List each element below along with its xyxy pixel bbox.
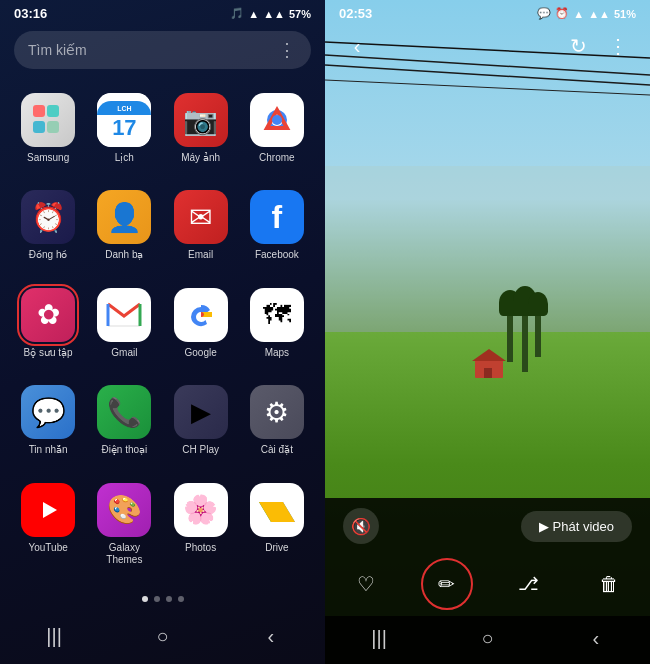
left-nav-home[interactable]: ○: [142, 622, 182, 650]
dot-2: [154, 596, 160, 602]
left-home-icon: ○: [156, 625, 168, 648]
app-item-mayanh[interactable]: 📷 Máy ảnh: [163, 85, 239, 182]
right-nav-home[interactable]: ○: [467, 624, 507, 652]
samsung-label: Samsung: [27, 152, 69, 164]
heart-button[interactable]: ♡: [344, 562, 388, 606]
right-home-icon: ○: [481, 627, 493, 650]
left-status-bar: 03:16 🎵 ▲ ▲▲ 57%: [0, 0, 325, 25]
galaxythemes-icon: 🎨: [97, 483, 151, 537]
right-back-icon: ‹: [354, 35, 361, 58]
app-item-email[interactable]: ✉ Email: [163, 182, 239, 279]
chrome-icon: [250, 93, 304, 147]
right-refresh-button[interactable]: ↻: [560, 28, 596, 64]
delete-button[interactable]: 🗑: [587, 562, 631, 606]
right-panel: 02:53 💬 ⏰ ▲ ▲▲ 51% ‹ ↻ ⋮: [325, 0, 650, 664]
play-video-button[interactable]: ▶ Phát video: [521, 511, 632, 542]
right-more-button[interactable]: ⋮: [600, 28, 636, 64]
app-item-photos[interactable]: 🌸 Photos: [163, 475, 239, 584]
photos-label: Photos: [185, 542, 216, 554]
app-item-lich[interactable]: LCH 17 Lịch: [86, 85, 162, 182]
email-label: Email: [188, 249, 213, 261]
chrome-label: Chrome: [259, 152, 295, 164]
photo-trees: [507, 312, 541, 372]
app-item-dienthoai[interactable]: 📞 Điện thoại: [86, 377, 162, 474]
right-nav-menu[interactable]: |||: [359, 624, 399, 652]
danhba-label: Danh bạ: [105, 249, 143, 261]
right-back-nav-icon: ‹: [592, 627, 599, 650]
chplay-label: CH Play: [182, 444, 219, 456]
mute-button[interactable]: 🔇: [343, 508, 379, 544]
app-item-gmail[interactable]: Gmail: [86, 280, 162, 377]
heart-icon: ♡: [357, 572, 375, 596]
right-menu-icon: |||: [371, 627, 387, 650]
app-item-bosuutap[interactable]: ✿ Bộ sưu tập: [10, 280, 86, 377]
photos-icon: 🌸: [174, 483, 228, 537]
right-back-button[interactable]: ‹: [339, 28, 375, 64]
danhba-icon: 👤: [97, 190, 151, 244]
galaxythemes-label: Galaxy Themes: [90, 542, 158, 566]
bosuutap-label: Bộ sưu tập: [24, 347, 73, 359]
donghо-label: Đồng hồ: [29, 249, 68, 261]
lich-icon: LCH 17: [97, 93, 151, 147]
app-item-facebook[interactable]: f Facebook: [239, 182, 315, 279]
gmail-label: Gmail: [111, 347, 137, 359]
left-nav-menu[interactable]: |||: [34, 622, 74, 650]
right-top-bar: ‹ ↻ ⋮: [325, 0, 650, 72]
drive-icon: [250, 483, 304, 537]
svg-point-2: [272, 115, 282, 125]
page-indicators: [0, 588, 325, 612]
tinhan-icon: 💬: [21, 385, 75, 439]
donghо-icon: ⏰: [21, 190, 75, 244]
facebook-label: Facebook: [255, 249, 299, 261]
delete-icon: 🗑: [599, 573, 619, 596]
share-icon: ⎇: [518, 573, 539, 595]
youtube-label: YouTube: [28, 542, 67, 554]
app-item-youtube[interactable]: YouTube: [10, 475, 86, 584]
chplay-icon: ▶: [174, 385, 228, 439]
search-more-icon[interactable]: ⋮: [278, 39, 297, 61]
search-placeholder: Tìm kiếm: [28, 42, 87, 58]
dot-3: [166, 596, 172, 602]
action-row: ♡ ✏ ⎇ 🗑: [325, 554, 650, 616]
app-item-galaxythemes[interactable]: 🎨 Galaxy Themes: [86, 475, 162, 584]
share-button[interactable]: ⎇: [506, 562, 550, 606]
dot-4: [178, 596, 184, 602]
youtube-icon: [21, 483, 75, 537]
dot-1: [142, 596, 148, 602]
left-panel: 03:16 🎵 ▲ ▲▲ 57% Tìm kiếm ⋮ Samsung: [0, 0, 325, 664]
email-icon: ✉: [174, 190, 228, 244]
right-more-icon: ⋮: [608, 34, 628, 58]
app-item-danhba[interactable]: 👤 Danh bạ: [86, 182, 162, 279]
mayanh-icon: 📷: [174, 93, 228, 147]
app-item-google[interactable]: Google: [163, 280, 239, 377]
app-grid: Samsung LCH 17 Lịch 📷 Máy ảnh: [0, 81, 325, 588]
app-item-chplay[interactable]: ▶ CH Play: [163, 377, 239, 474]
app-item-drive[interactable]: Drive: [239, 475, 315, 584]
left-nav-back[interactable]: ‹: [251, 622, 291, 650]
tinhan-label: Tin nhắn: [29, 444, 68, 456]
left-time: 03:16: [14, 6, 47, 21]
lich-label: Lịch: [115, 152, 134, 164]
dienthoai-icon: 📞: [97, 385, 151, 439]
right-top-actions: ↻ ⋮: [560, 28, 636, 64]
samsung-icon: [21, 93, 75, 147]
dienthoai-label: Điện thoại: [101, 444, 147, 456]
photo-view: 🔇 ▶ Phát video ♡ ✏ ⎇ 🗑: [325, 0, 650, 664]
app-item-donghо[interactable]: ⏰ Đồng hồ: [10, 182, 86, 279]
right-nav-back[interactable]: ‹: [576, 624, 616, 652]
app-item-samsung[interactable]: Samsung: [10, 85, 86, 182]
maps-icon: 🗺: [250, 288, 304, 342]
app-item-tinhan[interactable]: 💬 Tin nhắn: [10, 377, 86, 474]
app-item-maps[interactable]: 🗺 Maps: [239, 280, 315, 377]
edit-button[interactable]: ✏: [425, 562, 469, 606]
left-status-icons: 🎵 ▲ ▲▲ 57%: [230, 7, 311, 20]
app-item-chrome[interactable]: Chrome: [239, 85, 315, 182]
left-signal-icon: ▲▲: [263, 8, 285, 20]
maps-label: Maps: [265, 347, 289, 359]
caidat-label: Cài đặt: [261, 444, 293, 456]
mute-video-row: 🔇 ▶ Phát video: [325, 508, 650, 554]
google-label: Google: [185, 347, 217, 359]
app-item-caidat[interactable]: ⚙ Cài đặt: [239, 377, 315, 474]
search-bar[interactable]: Tìm kiếm ⋮: [14, 31, 311, 69]
left-nav-bar: ||| ○ ‹: [0, 612, 325, 664]
